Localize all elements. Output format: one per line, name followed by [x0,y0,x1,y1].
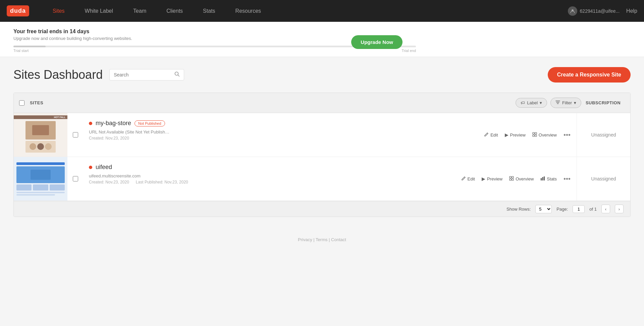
row-subscription-2: Unassigned [577,157,630,201]
main-content: Sites Dashboard Create a Responsive Site… [0,57,644,227]
edit-button-2[interactable]: Edit [459,174,478,184]
of-pages-label: of 1 [589,207,597,212]
nav-white-label[interactable]: White Label [75,0,123,22]
select-all-checkbox[interactable] [19,100,24,106]
table-header: SITES 🏷 Label ▾ Filter ▾ SUBSCRIPTION [14,93,630,113]
overview-label-2: Overview [516,176,534,181]
site-row-checkbox-1[interactable] [73,132,78,138]
nav-user[interactable]: 6229411a@uifee... [568,6,620,16]
contact-link[interactable]: Contact [331,237,346,242]
row-subscription-1: Unassigned [577,113,630,157]
svg-rect-4 [535,132,537,134]
row-checkbox-2 [67,157,84,201]
create-responsive-site-button[interactable]: Create a Responsive Site [548,67,631,83]
site-url-2: uifeed.multiscreensite.com [89,173,450,178]
thumb-uifeed-cards [16,184,65,191]
svg-rect-9 [509,179,511,180]
overview-button-2[interactable]: Overview [506,174,536,184]
overview-button-1[interactable]: Overview [530,130,559,140]
row-actions-1: Edit ▶ Preview Overview ••• [478,113,577,157]
edit-button-1[interactable]: Edit [481,130,500,140]
navbar-right: 6229411a@uifee... Help [568,6,637,16]
label-button[interactable]: 🏷 Label ▾ [516,98,547,108]
svg-rect-12 [542,177,543,180]
subscription-column-header: SUBSCRIPTION [581,100,625,105]
site-name-2: uifeed [96,164,112,171]
privacy-link[interactable]: Privacy [298,237,312,242]
svg-rect-11 [541,178,542,180]
site-thumbnail-uifeed [14,157,67,201]
dashboard-header: Sites Dashboard Create a Responsive Site [13,67,631,83]
trial-title: Your free trial ends in 14 days [13,29,416,35]
stats-label-2: Stats [547,176,557,181]
terms-link[interactable]: Terms [316,237,327,242]
navbar: duda Sites White Label Team Clients Stat… [0,0,644,22]
search-box [109,69,184,80]
filter-button[interactable]: Filter ▾ [550,98,581,108]
search-input[interactable] [114,72,172,77]
show-rows-label: Show Rows: [506,207,531,212]
play-icon-1: ▶ [505,132,508,138]
page-footer: Privacy | Terms | Contact [0,227,644,252]
trial-banner: Your free trial ends in 14 days Upgrade … [0,22,644,57]
not-published-badge: Not Published [135,120,165,126]
preview-button-1[interactable]: ▶ Preview [502,130,528,140]
filter-btn-text: Filter [562,100,572,105]
trial-end-label: Trial end [402,49,416,53]
tag-icon: 🏷 [521,100,525,105]
thumb-uifeed-lines [16,192,65,196]
search-icon[interactable] [174,71,180,78]
sites-column-header: SITES [30,100,516,105]
thumb-uifeed-header [16,162,65,165]
site-name-row-2: uifeed [89,164,450,171]
nav-sites[interactable]: Sites [43,0,75,22]
more-button-1[interactable]: ••• [561,130,573,140]
filter-chevron-icon: ▾ [574,100,576,105]
thumb-uifeed-hero [16,166,65,183]
upgrade-button[interactable]: Upgrade Now [351,35,402,49]
next-page-button[interactable]: › [615,205,624,213]
site-name-row-1: my-bag-store Not Published [89,120,473,127]
thumb-content [14,119,67,155]
site-url-1: URL Not Available (Site Not Yet Publish… [89,129,473,134]
site-created-1: Created: Nov.23, 2020 [89,136,129,141]
user-avatar-icon [568,6,577,16]
table-footer: Show Rows: 5 10 25 Page: of 1 ‹ › [14,201,630,217]
edit-label-2: Edit [468,176,475,181]
site-row-checkbox-2[interactable] [73,176,78,181]
prev-page-button[interactable]: ‹ [601,205,610,213]
preview-label-1: Preview [510,132,526,138]
label-btn-text: Label [527,100,538,105]
filter-icon [555,100,560,106]
table-row: HOT FALL [14,113,630,157]
stats-icon-2 [540,176,545,182]
nav-help[interactable]: Help [626,8,637,14]
svg-rect-13 [544,176,545,180]
thumb-image-top [25,121,56,140]
sites-table: SITES 🏷 Label ▾ Filter ▾ SUBSCRIPTION [13,93,631,217]
overview-label-1: Overview [539,132,557,138]
edit-label-1: Edit [490,132,498,138]
play-icon-2: ▶ [482,176,485,181]
more-button-2[interactable]: ••• [561,174,573,184]
preview-label-2: Preview [487,176,502,181]
nav-team[interactable]: Team [123,0,156,22]
site-status-dot-2 [89,166,92,169]
svg-rect-10 [512,179,514,180]
page-input[interactable] [573,205,585,213]
site-created-2: Created: Nov.23, 2020 [89,180,129,184]
nav-clients[interactable]: Clients [156,0,193,22]
preview-button-2[interactable]: ▶ Preview [479,174,505,183]
site-info-2: uifeed uifeed.multiscreensite.com Create… [84,157,455,201]
svg-rect-6 [535,135,537,137]
stats-button-2[interactable]: Stats [538,174,559,184]
nav-resources[interactable]: Resources [225,0,271,22]
page-label: Page: [556,207,568,212]
site-name-1: my-bag-store [96,120,131,127]
nav-stats[interactable]: Stats [193,0,225,22]
rows-per-page-select[interactable]: 5 10 25 [535,205,552,213]
svg-rect-3 [533,132,534,134]
trial-progress-fill [13,46,46,47]
logo[interactable]: duda [7,5,29,16]
site-meta-1: Created: Nov.23, 2020 [89,136,473,141]
